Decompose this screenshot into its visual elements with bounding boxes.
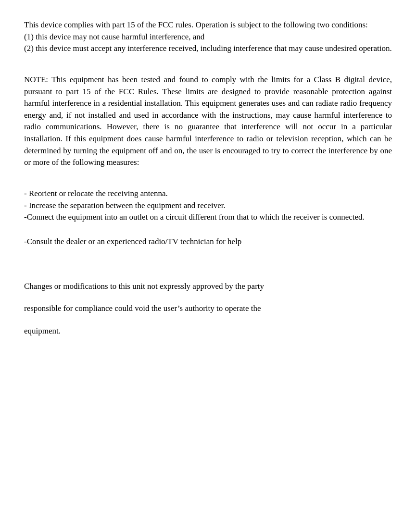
changes-line-1: Changes or modifications to this unit no… xyxy=(24,281,392,293)
list-item-2: - Increase the separation between the eq… xyxy=(24,200,392,212)
document-content: This device complies with part 15 of the… xyxy=(24,19,392,337)
list-item-1: - Reorient or relocate the receiving ant… xyxy=(24,188,392,200)
spacer-4 xyxy=(24,248,392,265)
spacer-1 xyxy=(24,63,392,74)
changes-line-3: equipment. xyxy=(24,325,392,337)
spacer-2 xyxy=(24,177,392,188)
condition1-text: (1) this device may not cause harmful in… xyxy=(24,31,392,43)
note-block: NOTE: This equipment has been tested and… xyxy=(24,74,392,169)
intro-text: This device complies with part 15 of the… xyxy=(24,19,392,31)
spacer-6 xyxy=(24,292,392,303)
list-item-4: -Consult the dealer or an experienced ra… xyxy=(24,236,392,248)
note-text: NOTE: This equipment has been tested and… xyxy=(24,74,392,169)
changes-line-2: responsible for compliance could void th… xyxy=(24,303,392,315)
list-section: - Reorient or relocate the receiving ant… xyxy=(24,188,392,223)
spacer-5 xyxy=(24,265,392,276)
changes-section: Changes or modifications to this unit no… xyxy=(24,281,392,337)
spacer-3 xyxy=(24,225,392,236)
intro-block: This device complies with part 15 of the… xyxy=(24,19,392,55)
list-item-3: -Connect the equipment into an outlet on… xyxy=(24,211,392,223)
condition2-text: (2) this device must accept any interfer… xyxy=(24,43,392,55)
spacer-7 xyxy=(24,315,392,325)
